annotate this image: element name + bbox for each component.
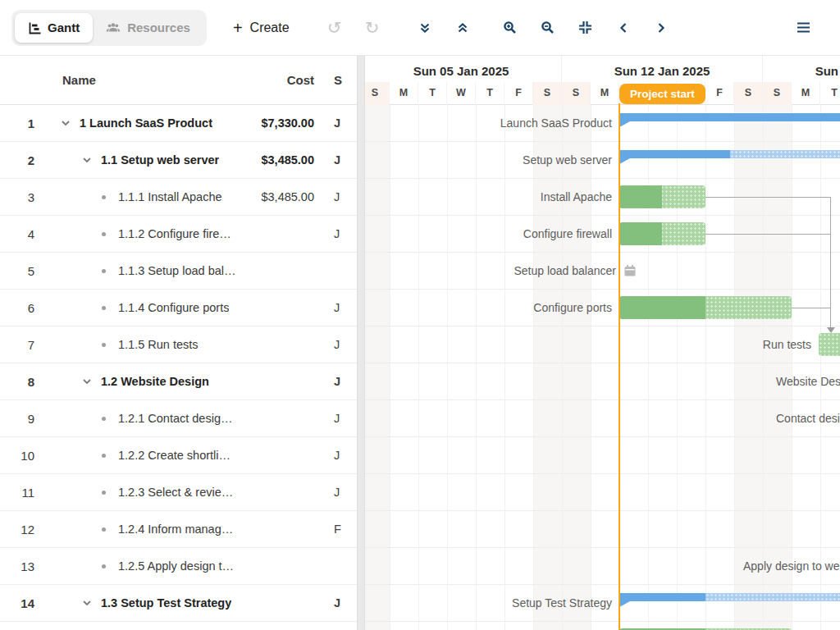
row-number: 14	[0, 596, 52, 610]
tab-resources[interactable]: Resources	[93, 13, 203, 43]
summary-bar[interactable]	[619, 593, 840, 607]
table-row[interactable]: 121.2.4 Inform manag…F	[0, 511, 361, 548]
task-start: J	[322, 190, 361, 203]
task-start: J	[322, 301, 361, 314]
dependency-line	[830, 197, 831, 327]
shift-next-button[interactable]	[642, 21, 680, 34]
row-number: 9	[0, 412, 52, 426]
table-row[interactable]: 11 Launch SaaS Product$7,330.00J	[0, 105, 361, 142]
table-row[interactable]: 131.2.5 Apply design t…	[0, 548, 361, 585]
shift-previous-button[interactable]	[605, 21, 642, 34]
project-start-badge: Project start	[619, 84, 705, 104]
leaf-bullet-icon	[102, 195, 106, 199]
table-row[interactable]: 81.2 Website DesignJ	[0, 363, 361, 400]
gantt-app: Gantt Resources + Create ↺ ↻	[0, 0, 840, 630]
leaf-bullet-icon	[102, 343, 106, 347]
day-header-cell: W	[447, 82, 476, 105]
day-header-cell: M	[792, 82, 820, 105]
expand-all-button[interactable]	[406, 21, 444, 34]
row-number: 2	[0, 153, 52, 167]
column-header-name[interactable]: Name	[52, 73, 236, 87]
task-bar[interactable]	[619, 222, 705, 245]
task-name: 1.2.4 Inform manag…	[118, 523, 233, 536]
table-row[interactable]: 71.1.5 Run testsJ	[0, 326, 361, 363]
task-start: J	[322, 338, 361, 351]
bar-label: Configure ports	[361, 290, 612, 326]
task-start: J	[322, 596, 361, 609]
day-header-cell: S	[533, 82, 562, 105]
task-start: J	[322, 153, 361, 167]
expand-collapse-icon[interactable]	[80, 153, 94, 167]
bar-label: Website Design	[776, 363, 840, 400]
table-row[interactable]: 31.1.1 Install Apache$3,485.00J	[0, 179, 361, 216]
table-row[interactable]: 41.1.2 Configure fire…J	[0, 216, 361, 253]
task-bar[interactable]	[619, 296, 792, 319]
table-row[interactable]: 101.2.2 Create shortlis…J	[0, 437, 361, 474]
task-name: 1.2.2 Create shortlis…	[118, 449, 236, 462]
grid-chart-splitter[interactable]	[357, 56, 365, 630]
task-bar[interactable]	[619, 185, 705, 208]
row-number: 12	[0, 523, 52, 536]
bar-label: Configure firewall	[361, 216, 612, 253]
zoom-in-button[interactable]	[491, 21, 529, 34]
task-name: 1 Launch SaaS Product	[80, 116, 212, 130]
task-name: 1.1.2 Configure fire…	[118, 227, 231, 240]
day-grid-line	[648, 105, 649, 630]
gantt-icon	[28, 21, 41, 34]
day-header-cell: M	[591, 82, 619, 105]
calendar-icon[interactable]	[623, 264, 637, 281]
collapse-all-button[interactable]	[444, 21, 482, 34]
menu-button[interactable]	[784, 21, 822, 34]
summary-bar[interactable]	[619, 113, 840, 127]
zoom-out-button[interactable]	[529, 21, 567, 34]
column-header-start[interactable]: S	[322, 73, 361, 87]
project-start-line	[619, 103, 620, 630]
task-bar[interactable]	[819, 333, 840, 356]
summary-bar[interactable]	[619, 150, 840, 164]
day-header-cell: F	[504, 82, 533, 105]
bar-label: Setup load balancer	[361, 253, 616, 290]
bar-label: Setup web server	[361, 142, 612, 179]
task-name: 1.1 Setup web server	[101, 153, 219, 167]
expand-collapse-icon[interactable]	[80, 596, 94, 609]
table-row[interactable]: 91.2.1 Contact desig…J	[0, 400, 361, 437]
task-start: J	[322, 227, 361, 240]
undo-button[interactable]: ↺	[316, 19, 354, 36]
day-grid-line	[677, 105, 678, 630]
redo-button[interactable]: ↻	[354, 19, 391, 36]
week-label: Sun 12 Jan 2025	[562, 56, 763, 82]
view-switch: Gantt Resources	[11, 10, 207, 46]
bar-label: Contact designers	[776, 400, 840, 437]
task-grid: Name Cost S 11 Launch SaaS Product$7,330…	[0, 56, 361, 630]
table-row[interactable]: 51.1.3 Setup load bal…	[0, 253, 361, 290]
bar-label: Run tests	[361, 326, 811, 363]
leaf-bullet-icon	[102, 491, 106, 495]
grid-header: Name Cost S	[0, 56, 361, 105]
table-row[interactable]: 111.2.3 Select & revie…J	[0, 474, 361, 511]
leaf-bullet-icon	[102, 527, 106, 532]
dependency-arrow-icon	[827, 327, 835, 333]
row-grid-line	[361, 436, 840, 437]
leaf-bullet-icon	[102, 306, 106, 310]
column-header-cost[interactable]: Cost	[236, 73, 322, 87]
expand-collapse-icon[interactable]	[80, 375, 94, 388]
task-start: J	[322, 449, 361, 462]
zoom-to-fit-button[interactable]	[567, 21, 605, 34]
expand-collapse-icon[interactable]	[59, 116, 72, 130]
table-row[interactable]: 141.3 Setup Test StrategyJ	[0, 585, 361, 622]
create-button[interactable]: + Create	[233, 20, 290, 36]
table-row[interactable]: 21.1 Setup web server$3,485.00J	[0, 142, 361, 179]
row-number: 6	[0, 301, 52, 315]
task-start: J	[322, 486, 361, 499]
task-cost: $3,485.00	[236, 190, 322, 203]
table-row[interactable]: 61.1.4 Configure portsJ	[0, 290, 361, 326]
row-grid-line	[361, 510, 840, 511]
task-name: 1.3 Setup Test Strategy	[101, 596, 231, 609]
gantt-chart: Sun 05 Jan 2025 Sun 12 Jan 2025 Sun 19 J…	[361, 56, 840, 630]
row-number: 5	[0, 264, 52, 278]
day-header-cell: S	[734, 82, 763, 105]
tab-gantt[interactable]: Gantt	[15, 13, 93, 43]
task-start: J	[322, 375, 361, 388]
leaf-bullet-icon	[102, 564, 106, 568]
task-start: F	[322, 523, 361, 536]
